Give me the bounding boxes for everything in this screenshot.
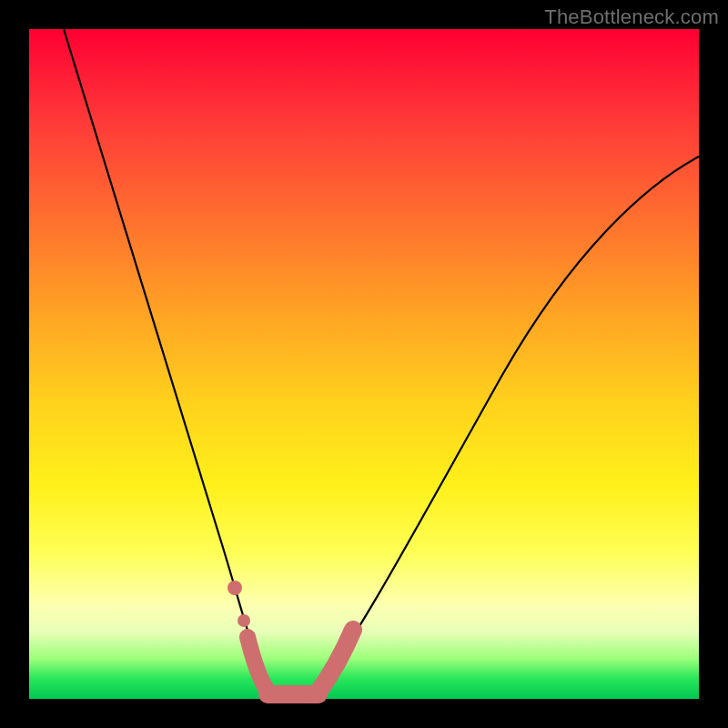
- marker-left-arm: [248, 637, 269, 693]
- marker-right-arm: [317, 630, 353, 694]
- chart-frame: TheBottleneck.com: [0, 0, 728, 728]
- watermark-text: TheBottleneck.com: [544, 5, 719, 29]
- curve-line: [64, 29, 699, 697]
- marker-dot: [228, 581, 242, 595]
- chart-plot-area: [29, 29, 699, 699]
- chart-overlay: [29, 29, 699, 699]
- marker-dot: [238, 614, 250, 627]
